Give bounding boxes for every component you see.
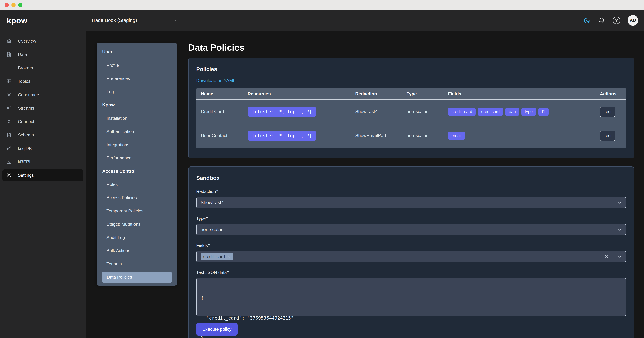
execute-policy-button[interactable]: Execute policy bbox=[196, 323, 238, 336]
settings-nav-item-bulk-actions[interactable]: Bulk Actions bbox=[96, 244, 177, 257]
field-badge: type bbox=[522, 108, 536, 116]
file-text-icon bbox=[6, 132, 12, 138]
minimize-window-button[interactable] bbox=[12, 3, 16, 7]
fields-multiselect[interactable]: credit_card bbox=[196, 251, 626, 262]
settings-nav-item-profile[interactable]: Profile bbox=[96, 59, 177, 72]
chevron-down-icon bbox=[617, 227, 622, 232]
policy-type: non-scalar bbox=[406, 109, 448, 114]
select-dropdown-toggle[interactable] bbox=[613, 227, 626, 232]
settings-nav-section-user: User bbox=[96, 46, 177, 59]
policies-table: Name Resources Redaction Type Fields Act… bbox=[196, 88, 626, 148]
field-badge: f1 bbox=[538, 108, 548, 116]
topbar-actions: ? AD bbox=[583, 15, 638, 26]
sidebar-item-streams[interactable]: Streams bbox=[2, 102, 83, 115]
settings-nav-item-data-policies[interactable]: Data Policies bbox=[102, 272, 172, 283]
question-mark-icon: ? bbox=[615, 18, 618, 23]
cluster-selector-value: Trade Book (Staging) bbox=[91, 18, 137, 23]
download-yaml-link[interactable]: Download as YAML bbox=[196, 78, 236, 83]
sidebar-item-label: kREPL bbox=[18, 159, 32, 164]
fields-form-group: Fields* credit_card bbox=[196, 243, 626, 262]
table-row: Credit Card [cluster, *, topic, *] ShowL… bbox=[196, 100, 626, 124]
test-json-textarea[interactable]: { "credit_card": "376953644924215" } bbox=[196, 278, 626, 316]
sidebar-item-consumers[interactable]: Consumers bbox=[2, 88, 83, 102]
settings-nav-item-staged-mutations[interactable]: Staged Mutations bbox=[96, 218, 177, 231]
sidebar-item-label: Data bbox=[18, 52, 27, 57]
policy-fields: email bbox=[448, 132, 600, 140]
chevron-down-icon bbox=[617, 200, 622, 205]
notifications-button[interactable] bbox=[598, 17, 606, 24]
field-badge: email bbox=[448, 132, 465, 140]
select-controls bbox=[613, 197, 626, 208]
sidebar-item-label: Topics bbox=[18, 79, 30, 84]
column-header-fields: Fields bbox=[448, 91, 600, 96]
column-header-resources: Resources bbox=[248, 91, 355, 96]
sidebar-item-brokers[interactable]: Brokers bbox=[2, 61, 83, 74]
settings-nav-item-integrations[interactable]: Integrations bbox=[96, 138, 177, 152]
selected-field-tag-label: credit_card bbox=[203, 254, 225, 259]
chevron-down-icon bbox=[617, 254, 622, 259]
json-line: { bbox=[201, 294, 621, 301]
required-asterisk: * bbox=[227, 270, 229, 275]
settings-nav-item-tenants[interactable]: Tenants bbox=[96, 257, 177, 270]
gear-icon bbox=[6, 172, 12, 178]
settings-nav-item-preferences[interactable]: Preferences bbox=[96, 72, 177, 85]
sandbox-panel-title: Sandbox bbox=[196, 167, 626, 181]
bell-icon bbox=[598, 17, 605, 24]
settings-nav-section-access-control: Access Control bbox=[96, 165, 177, 178]
policy-fields: credit_card creditcard pan type f1 bbox=[448, 108, 600, 116]
help-button[interactable]: ? bbox=[613, 17, 620, 24]
policy-name: Credit Card bbox=[201, 109, 248, 114]
clear-all-button[interactable] bbox=[600, 254, 613, 259]
sidebar-item-label: Schema bbox=[18, 132, 34, 138]
settings-nav-item-log[interactable]: Log bbox=[96, 85, 177, 98]
user-avatar[interactable]: AD bbox=[628, 15, 638, 26]
sidebar-item-label: ksqlDB bbox=[18, 146, 32, 151]
sidebar-item-connect[interactable]: Connect bbox=[2, 115, 83, 128]
sidebar-item-label: Settings bbox=[18, 173, 34, 178]
select-dropdown-toggle[interactable] bbox=[613, 200, 626, 205]
dark-mode-toggle[interactable] bbox=[583, 17, 591, 24]
type-select[interactable]: non-scalar bbox=[196, 224, 626, 235]
column-header-type: Type bbox=[406, 91, 448, 96]
sandbox-panel: Sandbox Redaction* ShowLast4 bbox=[188, 166, 634, 338]
settings-nav-item-temporary-policies[interactable]: Temporary Policies bbox=[96, 204, 177, 218]
sidebar-item-schema[interactable]: Schema bbox=[2, 128, 83, 142]
drive-icon bbox=[6, 65, 12, 71]
close-window-button[interactable] bbox=[4, 3, 9, 7]
sidebar-item-ksqldb[interactable]: ksqlDB bbox=[2, 142, 83, 155]
redaction-label: Redaction bbox=[196, 189, 216, 194]
settings-nav-item-installation[interactable]: Installation bbox=[96, 112, 177, 125]
redaction-select[interactable]: ShowLast4 bbox=[196, 197, 626, 208]
required-asterisk: * bbox=[208, 243, 210, 248]
maximize-window-button[interactable] bbox=[18, 3, 22, 7]
settings-nav: User Profile Preferences Log Kpow Instal… bbox=[96, 43, 177, 286]
app-frame: kpow Overview Data Brokers Topics Consum… bbox=[0, 10, 644, 338]
cluster-selector[interactable]: Trade Book (Staging) bbox=[91, 18, 177, 23]
file-search-icon bbox=[6, 52, 12, 57]
sidebar-item-settings[interactable]: Settings bbox=[2, 169, 83, 181]
settings-nav-item-performance[interactable]: Performance bbox=[96, 152, 177, 165]
policies-table-header: Name Resources Redaction Type Fields Act… bbox=[196, 88, 626, 100]
sidebar-item-overview[interactable]: Overview bbox=[2, 34, 83, 48]
test-policy-button[interactable]: Test bbox=[600, 107, 615, 117]
test-policy-button[interactable]: Test bbox=[600, 130, 615, 141]
sidebar-item-topics[interactable]: Topics bbox=[2, 74, 83, 88]
field-badge: pan bbox=[505, 108, 519, 116]
primary-sidebar: kpow Overview Data Brokers Topics Consum… bbox=[0, 10, 86, 338]
settings-nav-item-access-policies[interactable]: Access Policies bbox=[96, 191, 177, 204]
settings-nav-item-audit-log[interactable]: Audit Log bbox=[96, 231, 177, 244]
field-badge: creditcard bbox=[478, 108, 503, 116]
settings-nav-item-authentication[interactable]: Authentication bbox=[96, 125, 177, 138]
main-content: User Profile Preferences Log Kpow Instal… bbox=[86, 31, 644, 338]
select-dropdown-toggle[interactable] bbox=[613, 254, 626, 259]
column-header-name: Name bbox=[201, 91, 248, 96]
policies-panel-title: Policies bbox=[196, 58, 626, 72]
kpow-logo: kpow bbox=[0, 10, 86, 31]
sidebar-item-krepl[interactable]: kREPL bbox=[2, 155, 83, 168]
remove-tag-icon[interactable] bbox=[227, 255, 230, 258]
page-title: Data Policies bbox=[188, 42, 634, 53]
settings-nav-item-roles[interactable]: Roles bbox=[96, 178, 177, 191]
policies-panel: Policies Download as YAML Name Resources… bbox=[188, 58, 634, 158]
sidebar-item-data[interactable]: Data bbox=[2, 48, 83, 61]
moon-icon bbox=[584, 17, 590, 24]
